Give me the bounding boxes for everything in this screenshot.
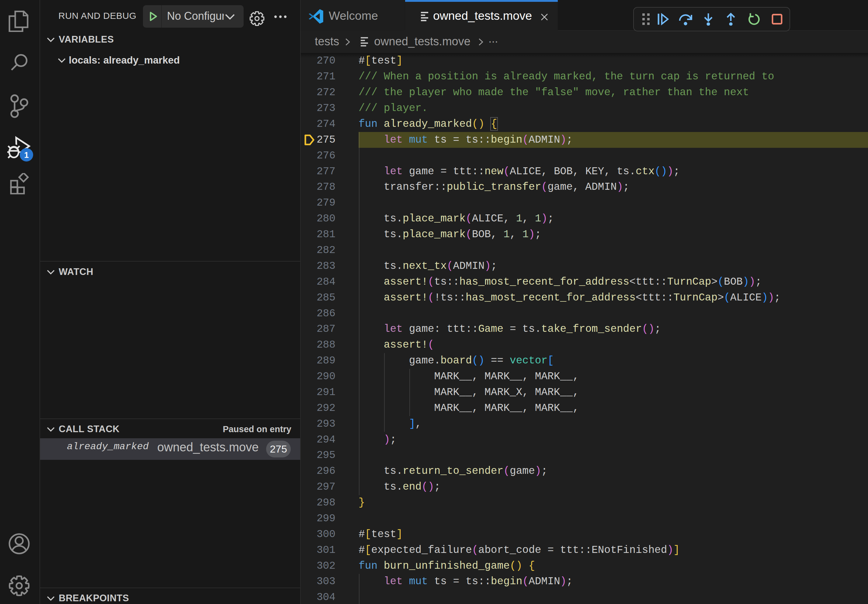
svg-text:1: 1 [24, 150, 29, 160]
